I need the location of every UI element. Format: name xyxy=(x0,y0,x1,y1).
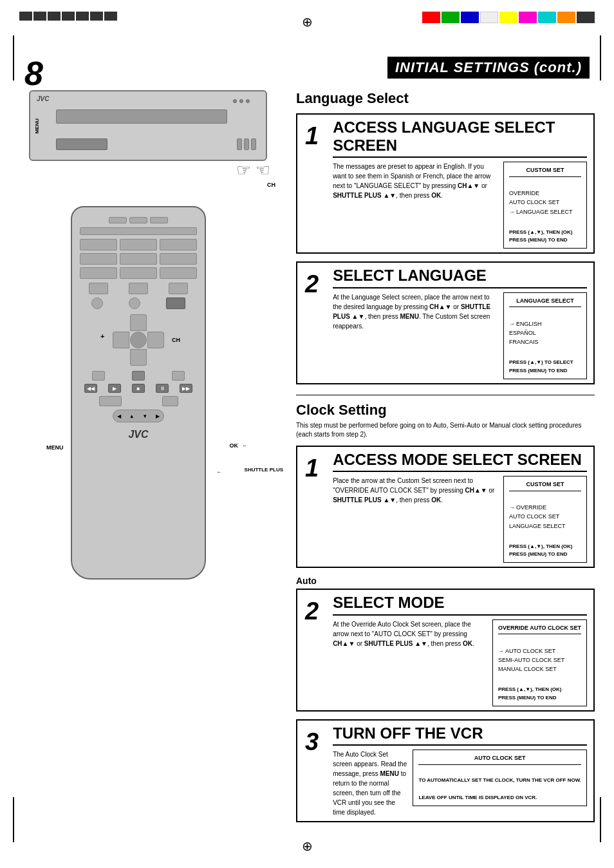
clock-step1-screen-item-5 xyxy=(509,531,581,540)
language-select-title: Language Select xyxy=(296,90,595,107)
left-column: JVC MENU ☞ ☞ CH M xyxy=(19,90,290,580)
clock-step2-header: SELECT MODE At the Override Auto Clock S… xyxy=(326,590,593,710)
color-white xyxy=(480,12,498,23)
reg-block xyxy=(33,12,46,21)
clock-step3-block: 3 TURN OFF THE VCR The Auto Clock Set sc… xyxy=(296,719,595,823)
vcr-top-right-area xyxy=(233,99,250,103)
remote-dark-btn[interactable] xyxy=(166,297,185,309)
crosshair-top: ⊕ xyxy=(302,14,313,30)
vcr-btn xyxy=(237,138,242,150)
remote-sm-btn[interactable] xyxy=(132,371,145,381)
clock-step1-block: 1 ACCESS MODE SELECT SCREEN Place the ar… xyxy=(296,446,595,569)
dpad-left-btn[interactable] xyxy=(113,332,129,348)
color-cyan xyxy=(538,12,556,23)
rewind-btn[interactable]: ◀◀ xyxy=(84,384,97,393)
dpad-up-btn[interactable] xyxy=(130,314,147,331)
clock-step3-title: TURN OFF THE VCR xyxy=(333,724,587,742)
remote-sm-btn[interactable] xyxy=(92,371,105,381)
dpad-down-btn[interactable] xyxy=(130,349,147,366)
remote-num-btn[interactable] xyxy=(160,253,197,265)
step1-divider xyxy=(333,156,587,158)
ff-btn[interactable]: ▶▶ xyxy=(180,384,192,393)
step2-screen-item-4: FRANCAIS xyxy=(509,337,581,346)
clock-step2-block: 2 SELECT MODE At the Override Auto Clock… xyxy=(296,589,595,712)
dpad-center-btn[interactable] xyxy=(130,332,147,348)
remote-round-row xyxy=(80,297,197,309)
clock-step2-screen-item-4: MANUAL CLOCK SET xyxy=(498,665,581,674)
remote-mid-btn[interactable] xyxy=(89,283,108,294)
clock-step2-screen-item-5 xyxy=(498,674,581,683)
reg-block xyxy=(76,12,89,21)
reg-block xyxy=(104,12,117,21)
remote-num-btn[interactable] xyxy=(160,239,197,250)
page-number: 8 xyxy=(24,57,43,90)
shuttle-plus-btn[interactable]: ◀ ▲ ▼ ▶ xyxy=(113,410,164,422)
remote-num-btn[interactable] xyxy=(160,267,197,279)
remote-round-btn[interactable] xyxy=(91,297,103,309)
remote-round-btn[interactable] xyxy=(129,297,140,309)
clock-step2-divider xyxy=(333,614,587,616)
pause-btn[interactable]: ⏸ xyxy=(156,384,169,393)
step2-screen-item-2: ENGLISH xyxy=(509,319,581,328)
header-title: INITIAL SETTINGS (cont.) xyxy=(387,57,590,79)
reg-mark-left-top xyxy=(13,35,14,80)
remote-num-btn[interactable] xyxy=(80,239,117,250)
vcr-indicator xyxy=(239,99,243,103)
step1-screen-item-5 xyxy=(509,216,581,225)
remote-num-btn[interactable] xyxy=(120,253,157,265)
shuttle-up-icon: ▲ xyxy=(129,413,135,419)
remote-num-btn[interactable] xyxy=(120,267,157,279)
step1-screen-box: CUSTOM SET OVERRIDE AUTO CLOCK SET LANGU… xyxy=(503,162,587,249)
ok-btn[interactable] xyxy=(162,396,178,406)
remote-mid-btn[interactable] xyxy=(169,283,188,294)
shuttle-left-icon: ◀ xyxy=(117,413,121,419)
color-black xyxy=(577,12,595,23)
clock-step3-screen-item-3 xyxy=(418,785,581,794)
remote-sm-btn[interactable] xyxy=(172,371,185,381)
clock-step1-body: Place the arrow at the Custom Set screen… xyxy=(333,476,498,505)
remote-small-btns-row xyxy=(80,371,197,381)
step2-screen-box: LANGUAGE SELECT ENGLISH ESPAÑOL FRANCAIS… xyxy=(503,292,587,379)
remote-num-btn[interactable] xyxy=(80,267,117,279)
clock-step3-screen-item-4: LEAVE OFF UNTIL TIME IS DISPLAYED ON VCR… xyxy=(418,794,581,802)
shuttle-right-icon: ▶ xyxy=(156,413,160,419)
clock-step1-screen-item-3: AUTO CLOCK SET xyxy=(509,512,581,521)
remote-dpad-area: + CH xyxy=(109,314,167,366)
clock-step2-screen-footer: PRESS (▲,▼), THEN (OK)PRESS (MENU) TO EN… xyxy=(498,686,581,703)
step2-number: 2 xyxy=(297,267,326,301)
dpad-right-btn[interactable] xyxy=(147,332,164,348)
menu-btn[interactable] xyxy=(99,396,122,406)
clock-step1-screen-item-4: LANGUAGE SELECT xyxy=(509,522,581,531)
shuttle-label: SHUTTLE PLUS xyxy=(245,467,283,473)
menu-label-left: MENU xyxy=(46,444,64,451)
vcr-top-illustration: JVC MENU xyxy=(29,90,267,161)
clock-step2-screen-item-2: AUTO CLOCK SET xyxy=(498,646,581,656)
ch-label-dpad: CH xyxy=(172,337,180,343)
clock-step1-screen-title: CUSTOM SET xyxy=(509,480,581,491)
step2-number-area: 2 xyxy=(297,263,326,383)
color-magenta xyxy=(519,12,537,23)
stop-btn[interactable]: ■ xyxy=(132,384,145,393)
vcr-jvc-label: JVC xyxy=(37,95,49,102)
remote-mid-btn[interactable] xyxy=(129,283,148,294)
vcr-indicator xyxy=(233,99,237,103)
remote-control: + CH ◀◀ ▶ ■ ⏸ ▶▶ xyxy=(71,206,206,580)
step2-screen-item-3: ESPAÑOL xyxy=(509,328,581,337)
right-column: Language Select 1 ACCESS LANGUAGE SELECT… xyxy=(296,90,595,835)
step2-content: At the Language Select screen, place the… xyxy=(333,292,587,379)
step1-screen-item-2: OVERRIDE xyxy=(509,189,581,198)
remote-num-btn[interactable] xyxy=(80,253,117,265)
remote-top-btn xyxy=(129,217,147,223)
clock-step2-screen-box: OVERRIDE AUTO CLOCK SET AUTO CLOCK SET S… xyxy=(492,619,587,706)
shuttle-down-icon: ▼ xyxy=(142,413,147,419)
color-green xyxy=(442,12,460,23)
remote-num-btn[interactable] xyxy=(120,239,157,250)
clock-step2-screen-item-3: SEMI-AUTO CLOCK SET xyxy=(498,656,581,665)
play-btn[interactable]: ▶ xyxy=(108,384,121,393)
reg-mark-right-bottom xyxy=(600,797,601,842)
clock-step3-screen-box: AUTO CLOCK SET TO AUTOMATICALLY SET THE … xyxy=(413,750,587,806)
reg-mark-left-bottom xyxy=(13,797,14,842)
ok-arrow: ← xyxy=(242,442,248,449)
clock-step3-body: The Auto Clock Set screen appears. Read … xyxy=(333,750,407,817)
clock-step1-number-area: 1 xyxy=(297,447,326,567)
